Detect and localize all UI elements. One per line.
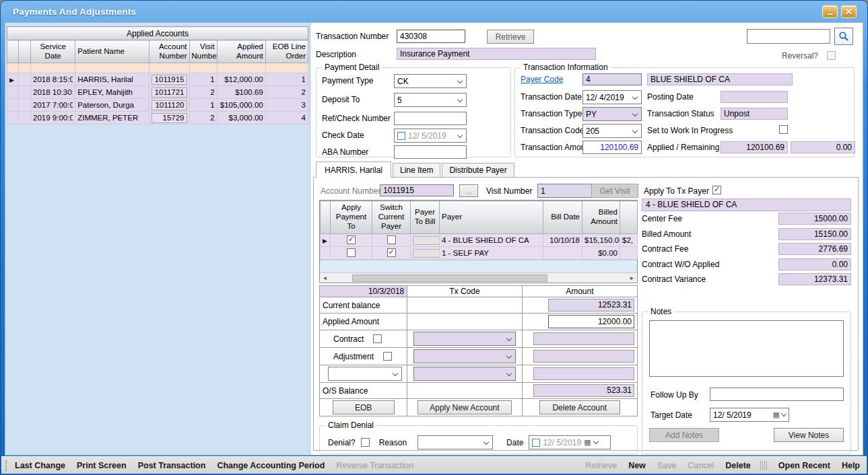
change-accounting-period-button[interactable]: Change Accounting Period xyxy=(217,461,325,470)
check-date-picker[interactable]: 12/ 5/2019 xyxy=(394,129,467,143)
contract-checkbox[interactable] xyxy=(373,334,382,343)
indicator-header xyxy=(19,40,31,63)
open-recent-button[interactable]: Open Recent xyxy=(778,461,830,470)
payer-to-bill-cell[interactable] xyxy=(413,236,440,245)
payer-grid-horizontal-scrollbar[interactable]: ◄ ► xyxy=(320,272,637,283)
work-in-progress-checkbox[interactable] xyxy=(779,125,788,134)
patient-name-header[interactable]: Patient Name xyxy=(75,40,149,63)
center-fee-label: Center Fee xyxy=(642,214,778,223)
close-button[interactable]: ✕ xyxy=(841,5,857,18)
reverse-transaction-button[interactable]: Reverse Transaction xyxy=(336,461,413,470)
adjustment-amount-field[interactable] xyxy=(533,350,634,363)
tab-account[interactable]: HARRIS, Harilal xyxy=(316,161,391,178)
account-number-field[interactable]: 1011915 xyxy=(380,184,454,196)
scroll-right-icon[interactable]: ► xyxy=(627,273,637,283)
payer-row[interactable]: 1 - SELF PAY $0.00 xyxy=(321,247,638,260)
remaining-field: 0.00 xyxy=(791,141,855,153)
switch-payer-checkbox[interactable] xyxy=(387,248,396,257)
applied-amount-input[interactable]: 12000.00 xyxy=(548,315,634,328)
switch-current-payer-header[interactable]: Switch Current Payer xyxy=(372,201,411,234)
deposit-to-select[interactable]: 5 xyxy=(394,93,467,107)
extra-type-select[interactable] xyxy=(328,367,402,381)
billed-amount-header[interactable]: Billed Amount xyxy=(582,201,620,234)
grid-filter-row[interactable] xyxy=(7,63,308,73)
denial-reason-select[interactable] xyxy=(418,435,493,449)
adjustment-tx-code-select[interactable] xyxy=(413,349,516,363)
applied-amount-header[interactable]: Applied Amount xyxy=(217,40,265,63)
minimize-button[interactable] xyxy=(822,5,838,18)
apply-payment-checkbox[interactable] xyxy=(347,248,356,257)
claim-denial-title: Claim Denial xyxy=(325,421,376,430)
help-button[interactable]: Help xyxy=(842,461,860,470)
new-button[interactable]: New xyxy=(628,461,646,470)
payer-code-link[interactable]: Payer Code xyxy=(521,75,563,84)
contract-tx-code-select[interactable] xyxy=(413,332,516,346)
payer-row[interactable]: ▶ 4 - BLUE SHIELD OF CA 10/10/18 $15,150… xyxy=(321,234,638,247)
transaction-code-select[interactable]: 205 xyxy=(582,124,642,138)
retrieve-button[interactable]: Retrieve xyxy=(487,30,534,44)
payer-header[interactable]: Payer xyxy=(440,201,543,234)
delete-button[interactable]: Delete xyxy=(725,461,751,470)
notes-textarea[interactable] xyxy=(649,320,844,377)
eob-line-order-header[interactable]: EOB Line Order xyxy=(265,40,308,63)
applied-account-row[interactable]: ▶ 2018 8:15:0 HARRIS, Harilal 1011915 1 … xyxy=(7,73,308,86)
aba-number-input[interactable] xyxy=(394,145,467,159)
apply-payment-to-header[interactable]: Apply Payment To xyxy=(331,201,372,234)
denial-date-checkbox[interactable] xyxy=(532,439,540,447)
transaction-amount-field[interactable]: 120100.69 xyxy=(582,141,642,154)
contract-amount-field[interactable] xyxy=(533,332,634,345)
payer-to-bill-cell[interactable] xyxy=(413,249,440,258)
eob-line-order-cell: 2 xyxy=(265,86,308,99)
visit-number-header[interactable]: Visit Number xyxy=(189,40,217,63)
applied-account-row[interactable]: 2019 9:00:0 ZIMMER, PETER 15729 2 $3,000… xyxy=(7,112,308,124)
account-number-header[interactable]: Account Number xyxy=(149,40,189,63)
patient-name-cell: Paterson, Durga xyxy=(75,99,149,112)
transaction-date-picker[interactable]: 12/ 4/2019 xyxy=(582,90,642,104)
check-date-checkbox[interactable] xyxy=(397,132,405,140)
search-input[interactable] xyxy=(747,29,830,44)
delete-account-button[interactable]: Delete Account xyxy=(539,400,620,414)
service-date-header[interactable]: Service Date xyxy=(31,40,75,63)
retrieve-status-button[interactable]: Retrieve xyxy=(586,461,617,470)
post-transaction-button[interactable]: Post Transaction xyxy=(138,461,206,470)
apply-to-tx-payer-checkbox[interactable] xyxy=(712,186,721,194)
save-button[interactable]: Save xyxy=(657,461,677,470)
adjustment-checkbox[interactable] xyxy=(383,352,392,361)
switch-payer-checkbox[interactable] xyxy=(387,235,396,244)
get-visit-button[interactable]: Get Visit xyxy=(591,184,638,198)
payer-to-bill-header[interactable]: Payer To Bill xyxy=(411,201,440,234)
target-date-picker[interactable]: 12/ 5/2019 ▦ xyxy=(710,408,789,422)
ref-check-number-input[interactable] xyxy=(394,112,467,125)
search-button[interactable] xyxy=(834,28,853,45)
extra-tx-code-select[interactable] xyxy=(413,367,516,381)
transaction-status-field: Unpost xyxy=(721,108,788,120)
reversal-checkbox[interactable] xyxy=(827,51,836,60)
follow-up-by-input[interactable] xyxy=(710,388,844,401)
denial-checkbox[interactable] xyxy=(361,438,370,447)
applied-account-row[interactable]: 2018 10:30:0 EPLEY, Mahijith 1011721 2 $… xyxy=(7,86,308,99)
payment-type-select[interactable]: CK xyxy=(394,74,467,88)
print-screen-button[interactable]: Print Screen xyxy=(77,461,127,470)
apply-new-account-button[interactable]: Apply New Account xyxy=(418,400,512,414)
clipped-amount-cell: $2, xyxy=(620,234,638,247)
last-change-button[interactable]: Last Change xyxy=(15,461,65,470)
eob-button[interactable]: EOB xyxy=(333,400,395,414)
applied-account-row[interactable]: 2017 7:00:0 Paterson, Durga 1011120 1 $1… xyxy=(7,99,308,112)
scroll-left-icon[interactable]: ◄ xyxy=(320,273,330,283)
view-notes-button[interactable]: View Notes xyxy=(774,428,844,442)
account-browse-button[interactable]: ... xyxy=(459,184,478,197)
transaction-number-input[interactable] xyxy=(397,30,465,43)
tab-distribute-payer[interactable]: Distribute Payer xyxy=(442,163,514,177)
payer-code-field[interactable]: 4 xyxy=(582,73,642,85)
tab-line-item[interactable]: Line Item xyxy=(393,163,440,177)
cancel-button[interactable]: Cancel xyxy=(688,461,714,470)
add-notes-button[interactable]: Add Notes xyxy=(649,428,719,442)
scrollbar-thumb[interactable] xyxy=(352,275,547,282)
extra-amount-field[interactable] xyxy=(533,367,634,380)
applied-amount-cell: $3,000.00 xyxy=(217,112,265,124)
bill-date-header[interactable]: Bill Date xyxy=(543,201,582,234)
transaction-type-select[interactable]: PY xyxy=(582,107,642,121)
denial-date-picker[interactable]: 12/ 5/2019 ▦ xyxy=(529,435,611,449)
description-field: Insurance Payment xyxy=(397,48,596,60)
apply-payment-checkbox[interactable] xyxy=(347,235,356,244)
